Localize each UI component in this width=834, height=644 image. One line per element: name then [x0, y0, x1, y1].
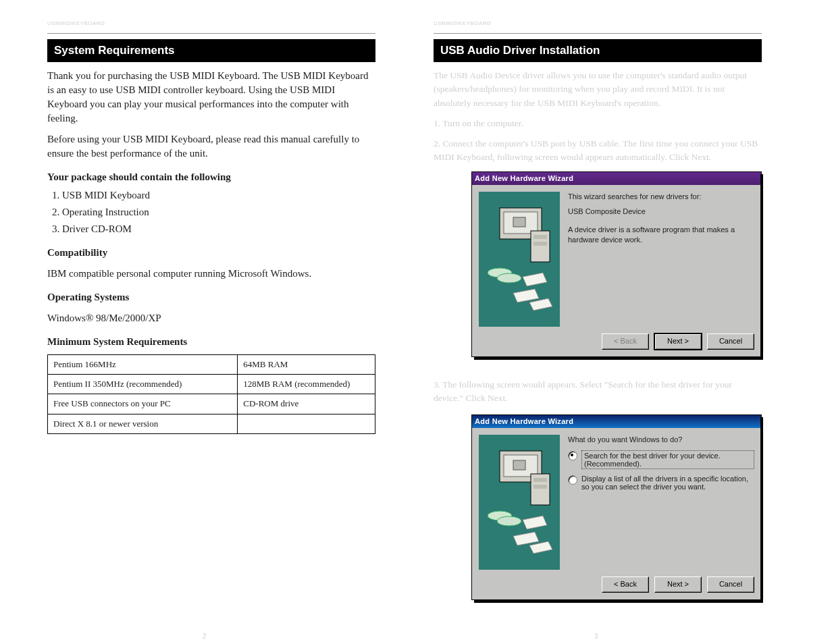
step-text: 2. Connect the computer's USB port by US… — [434, 137, 762, 165]
rule — [434, 33, 762, 34]
svg-point-18 — [497, 516, 521, 526]
radio-option-2[interactable]: Display a list of all the drivers in a s… — [568, 475, 754, 491]
svg-rect-4 — [533, 235, 547, 239]
wizard-text: What do you want Windows to do? — [568, 435, 754, 445]
rule — [47, 33, 375, 34]
subheading: Compatibility — [47, 246, 375, 260]
back-button: < Back — [602, 333, 649, 350]
paragraph: The USB Audio Device driver allows you t… — [434, 69, 762, 110]
requirements-table: Pentium 166MHz64MB RAM Pentium II 350MHz… — [47, 354, 375, 434]
wizard-text: A device driver is a software program th… — [568, 225, 754, 245]
back-button[interactable]: < Back — [602, 576, 649, 593]
subheading: Operating Systems — [47, 290, 375, 304]
list-item: USB MIDI Keyboard — [62, 188, 375, 203]
svg-marker-10 — [529, 298, 552, 311]
wizard-titlebar[interactable]: Add New Hardware Wizard — [472, 415, 761, 428]
wizard-titlebar[interactable]: Add New Hardware Wizard — [472, 172, 761, 185]
table-cell: Direct X 8.1 or newer version — [48, 414, 238, 433]
svg-marker-19 — [523, 516, 547, 529]
paragraph: Thank you for purchasing the USB MIDI Ke… — [47, 69, 375, 126]
table-cell: 64MB RAM — [238, 355, 375, 375]
paragraph: Before using your USB MIDI Keyboard, ple… — [47, 132, 375, 161]
cancel-button[interactable]: Cancel — [707, 333, 754, 350]
subheading: Minimum System Requirements — [47, 335, 375, 349]
doc-header-right: USBMIDIKEYBOARD — [434, 20, 762, 26]
doc-header-left: USBMIDIKEYBOARD — [47, 20, 375, 26]
svg-rect-16 — [533, 485, 547, 489]
svg-marker-9 — [513, 289, 539, 302]
radio-icon[interactable] — [568, 451, 577, 460]
table-cell: Pentium II 350MHz (recommended) — [48, 375, 238, 394]
radio-icon[interactable] — [568, 475, 577, 485]
section-title-right: USB Audio Driver Installation — [434, 39, 762, 62]
svg-rect-13 — [513, 460, 525, 470]
section-title-left: System Requirements — [47, 39, 375, 62]
page-number: 3 — [594, 633, 599, 640]
svg-marker-21 — [529, 541, 552, 554]
svg-rect-15 — [533, 478, 547, 482]
step-text: 3. The following screen would appears. S… — [434, 378, 762, 406]
svg-rect-5 — [533, 242, 547, 246]
wizard-text: This wizard searches for new drivers for… — [568, 192, 754, 202]
wizard-illustration-icon — [479, 192, 560, 327]
next-button[interactable]: Next > — [654, 333, 702, 350]
table-cell: Pentium 166MHz — [48, 355, 238, 375]
wizard-illustration-icon — [479, 435, 560, 570]
table-cell: CD-ROM drive — [238, 394, 375, 414]
table-cell: 128MB RAM (recommended) — [238, 375, 375, 394]
radio-option-1[interactable]: Search for the best driver for your devi… — [568, 450, 754, 469]
radio-label: Display a list of all the drivers in a s… — [581, 475, 754, 491]
paragraph: Windows® 98/Me/2000/XP — [47, 311, 375, 325]
paragraph: IBM compatible personal computer running… — [47, 267, 375, 281]
list-item: Driver CD-ROM — [62, 222, 375, 236]
next-button[interactable]: Next > — [654, 576, 702, 593]
table-cell — [238, 414, 375, 433]
svg-marker-20 — [513, 532, 539, 545]
page-number: 2 — [203, 633, 207, 640]
package-list: USB MIDI Keyboard Operating Instruction … — [62, 188, 375, 236]
subheading: Your package should contain the followin… — [47, 170, 375, 184]
wizard-device-name: USB Composite Device — [568, 207, 754, 217]
list-item: Operating Instruction — [62, 205, 375, 219]
wizard-dialog-1: Add New Hardware Wizard — [471, 171, 760, 357]
svg-marker-8 — [523, 273, 547, 286]
step-text: 1. Turn on the computer. — [434, 117, 762, 130]
svg-point-7 — [497, 273, 521, 283]
cancel-button[interactable]: Cancel — [707, 576, 754, 593]
table-cell: Free USB connectors on your PC — [48, 394, 238, 414]
wizard-dialog-2: Add New Hardware Wizard — [471, 414, 760, 600]
radio-label: Search for the best driver for your devi… — [581, 450, 754, 469]
svg-rect-2 — [513, 217, 525, 227]
